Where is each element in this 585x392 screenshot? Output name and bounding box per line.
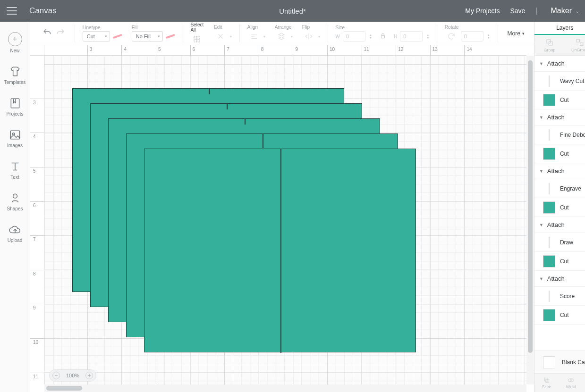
pen-swatch[interactable] <box>166 34 175 39</box>
separator <box>239 25 240 42</box>
layer-line-swatch <box>549 129 550 141</box>
zoom-control: − 100% + <box>49 369 96 382</box>
linetype-value: Cut <box>87 33 95 39</box>
svg-rect-1 <box>10 131 20 139</box>
fill-dropdown[interactable]: No Fill <box>132 31 163 42</box>
layer-group-header[interactable]: ▼Attach <box>534 56 585 72</box>
layer-group-title: Attach <box>547 221 565 228</box>
machine-selector[interactable]: Maker ⌄ <box>548 7 582 15</box>
nav-templates-label: Templates <box>4 80 26 85</box>
save-link[interactable]: Save <box>510 7 525 15</box>
layer-item[interactable]: Cut <box>534 198 585 217</box>
select-all-button[interactable] <box>190 33 203 45</box>
layer-group-header[interactable]: ▼Attach <box>534 163 585 179</box>
layer-item[interactable]: Wavy Cut <box>534 72 585 91</box>
layer-swatch <box>543 255 555 267</box>
svg-point-3 <box>13 194 17 198</box>
scrollbar-vertical[interactable] <box>526 56 534 384</box>
left-nav: + New Templates Projects Images Text Sha… <box>0 22 30 392</box>
nav-templates[interactable]: Templates <box>0 61 30 90</box>
text-icon <box>9 160 21 173</box>
layer-item[interactable]: Cut <box>534 306 585 325</box>
triangle-down-icon: ▼ <box>539 223 543 227</box>
more-button[interactable]: More▾ <box>504 28 528 39</box>
layer-line-swatch <box>549 75 550 87</box>
nav-shapes[interactable]: Shapes <box>0 187 30 216</box>
svg-rect-0 <box>11 99 19 108</box>
fill-value: No Fill <box>136 33 151 39</box>
layer-item[interactable]: Cut <box>534 144 585 163</box>
select-all-label: Select All <box>190 22 204 33</box>
ruler-tick: 8 <box>30 270 44 276</box>
tab-layers[interactable]: Layers <box>534 22 585 35</box>
pen-swatch[interactable] <box>113 34 122 39</box>
ruler-tick: 5 <box>156 45 161 56</box>
ruler-tick: 10 <box>327 45 335 56</box>
slice-button: Slice <box>534 374 559 392</box>
chevron-down-icon: ⌄ <box>576 8 579 14</box>
rotate-stepper[interactable]: ▲▼ <box>487 33 490 39</box>
ruler-horizontal: 34567891011121314 <box>44 45 526 56</box>
upload-icon <box>9 224 21 236</box>
ruler-tick: 7 <box>224 45 229 56</box>
layer-item[interactable]: Fine Deboss <box>534 125 585 144</box>
svg-rect-29 <box>544 378 548 381</box>
ruler-tick: 11 <box>30 373 44 379</box>
layer-item-label: Score <box>560 293 575 300</box>
linetype-label: Linetype <box>83 25 122 30</box>
top-bar: Canvas Untitled* My Projects Save | Make… <box>0 0 585 22</box>
height-input[interactable]: 0 <box>400 31 423 42</box>
more-label: More <box>508 30 520 37</box>
nav-text[interactable]: Text <box>0 156 30 184</box>
plus-circle-icon: + <box>8 32 22 46</box>
nav-images[interactable]: Images <box>0 124 30 153</box>
separator <box>75 25 75 42</box>
nav-projects[interactable]: Projects <box>0 92 30 121</box>
canvas-shape[interactable] <box>144 149 416 352</box>
layer-item[interactable]: Draw <box>534 233 585 252</box>
my-projects-link[interactable]: My Projects <box>465 7 500 15</box>
layer-swatch <box>543 309 555 321</box>
canvas-label: Canvas <box>29 6 57 16</box>
layer-item[interactable]: Cut <box>534 252 585 271</box>
scrollbar-horizontal[interactable] <box>44 384 526 392</box>
redo-button[interactable] <box>56 28 65 39</box>
layer-item-label: Draw <box>560 239 573 246</box>
ruler-tick: 3 <box>30 99 44 105</box>
chevron-down-icon: ▾ <box>230 34 232 39</box>
height-stepper[interactable]: ▲▼ <box>426 33 429 39</box>
menu-icon[interactable] <box>4 3 20 19</box>
canvas-grid[interactable] <box>44 56 526 384</box>
nav-upload[interactable]: Upload <box>0 219 30 248</box>
zoom-out-button[interactable]: − <box>52 372 60 379</box>
blank-swatch <box>543 356 555 368</box>
ungroup-label: UnGroup <box>571 48 585 52</box>
zoom-in-button[interactable]: + <box>85 372 93 379</box>
layer-item-label: Fine Deboss <box>560 132 585 138</box>
ruler-tick: 13 <box>430 45 438 56</box>
nav-projects-label: Projects <box>6 111 23 117</box>
layer-group-header[interactable]: ▼Attach <box>534 109 585 125</box>
undo-button[interactable] <box>42 28 52 39</box>
ruler-tick: 3 <box>87 45 93 56</box>
layer-item[interactable]: Engrave <box>534 179 585 198</box>
weld-label: Weld <box>566 384 576 389</box>
ruler-tick: 7 <box>30 235 44 242</box>
layer-group-header[interactable]: ▼Attach <box>534 217 585 233</box>
rotate-input[interactable]: 0 <box>461 31 483 42</box>
lock-aspect[interactable] <box>380 27 386 39</box>
canvas-area[interactable]: 34567891011121314 34567891011 − 100% + <box>30 45 534 392</box>
layer-group-header[interactable]: ▼Attach <box>534 271 585 287</box>
nav-new[interactable]: + New <box>0 27 30 58</box>
layers-list[interactable]: ▼AttachWavy CutCut▼AttachFine DebossCut▼… <box>534 56 585 350</box>
width-input[interactable]: 0 <box>343 31 365 42</box>
layer-item[interactable]: Score <box>534 287 585 306</box>
ruler-tick: 12 <box>396 45 403 56</box>
width-stepper[interactable]: ▲▼ <box>369 33 372 39</box>
layer-item[interactable]: Cut <box>534 91 585 109</box>
rotate-value: 0 <box>464 33 467 39</box>
blank-canvas-row[interactable]: Blank Canvas <box>534 350 585 373</box>
nav-upload-label: Upload <box>8 238 23 243</box>
linetype-dropdown[interactable]: Cut <box>83 31 110 42</box>
layer-item-label: Cut <box>560 258 569 265</box>
